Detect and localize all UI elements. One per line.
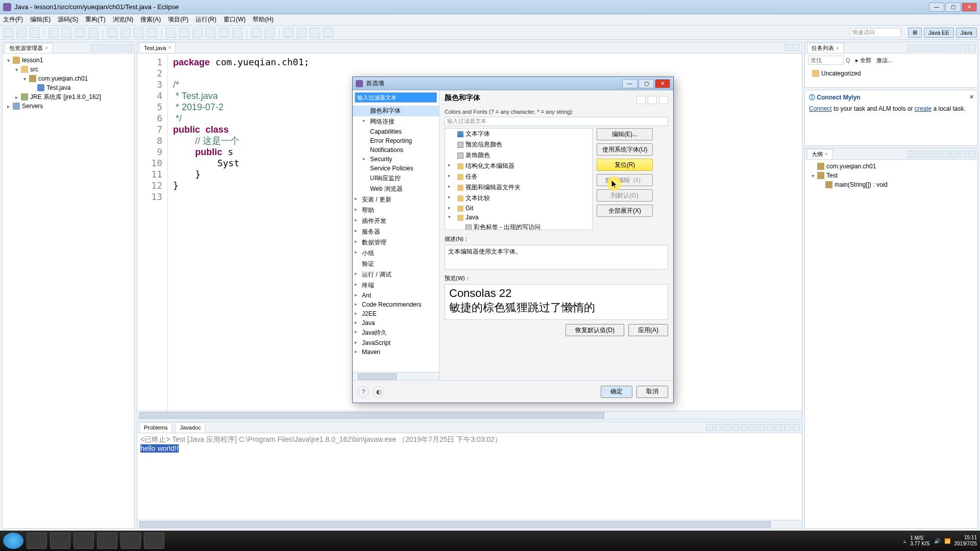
console-tool-button[interactable] — [706, 424, 713, 431]
font-tree-item[interactable]: 彩色标签 - 出现的写访问 — [445, 222, 592, 230]
nav-forward-button[interactable] — [648, 96, 657, 104]
tree-node[interactable]: Test.java — [4, 83, 133, 92]
maximize-button[interactable]: ▢ — [945, 3, 961, 12]
pref-category[interactable]: ▸小组 — [353, 248, 439, 259]
close-button[interactable]: ✕ — [962, 3, 977, 12]
save-all-button[interactable] — [30, 28, 40, 38]
tool-button[interactable] — [232, 28, 242, 38]
nav-back-button[interactable] — [636, 96, 646, 104]
pref-category[interactable]: 颜色和字体 — [353, 106, 439, 116]
pref-category[interactable]: ▸网络连接 — [353, 116, 439, 127]
task-all-link[interactable]: ▸ 全部 — [855, 57, 871, 64]
maximize-panel-button[interactable] — [125, 44, 132, 52]
font-tree-item[interactable]: ▾Java — [445, 213, 592, 222]
task-activate-link[interactable]: 激活... — [876, 57, 892, 64]
console-tool-button[interactable] — [732, 424, 739, 431]
pref-category[interactable]: Web 浏览器 — [353, 184, 439, 194]
perspective-javaee[interactable]: Java EE — [924, 28, 954, 38]
outline-tool-button[interactable] — [951, 151, 958, 158]
taskbar-eclipse[interactable] — [144, 533, 164, 549]
font-tree-item[interactable]: 预览信息颜色 — [445, 139, 592, 150]
minimize-panel-button[interactable] — [116, 44, 124, 52]
pref-category[interactable]: Error Reporting — [353, 136, 439, 145]
tool-button[interactable] — [166, 28, 176, 38]
view-toolbar-button[interactable] — [99, 44, 106, 52]
tool-button[interactable] — [88, 28, 99, 38]
console-hscroll[interactable] — [137, 520, 802, 528]
console-tool-button[interactable] — [715, 424, 722, 431]
pref-category[interactable]: Capabilities — [353, 127, 439, 136]
pref-category[interactable]: ▸运行 / 调试 — [353, 269, 439, 280]
outline-tool-button[interactable] — [916, 151, 923, 158]
outline-node[interactable]: com.yueqian.ch01 — [806, 162, 976, 171]
minimize-panel-button[interactable] — [784, 44, 791, 51]
menu-refactor[interactable]: 重构(T) — [85, 15, 105, 24]
system-tray[interactable]: ▵ 1 M/S 3.77 K/S 🔊 📶 15:11 2019/7/25 — [903, 535, 977, 547]
cancel-button[interactable]: 取消 — [636, 386, 668, 398]
tray-icon[interactable]: 🔊 — [934, 538, 940, 544]
pref-category[interactable]: ▸安装 / 更新 — [353, 194, 439, 205]
maximize-panel-button[interactable] — [968, 44, 975, 52]
go-to-default-button[interactable]: 到默认(G) — [597, 189, 653, 202]
console-tool-button[interactable] — [775, 424, 782, 431]
taskbar-wps[interactable] — [97, 533, 117, 549]
pref-category[interactable]: ▸帮助 — [353, 205, 439, 216]
minimize-panel-button[interactable] — [960, 151, 967, 158]
task-tool-button[interactable] — [942, 44, 949, 52]
dialog-maximize-button[interactable]: ▢ — [639, 79, 654, 88]
close-icon[interactable]: × — [836, 45, 839, 51]
tool-button[interactable] — [75, 28, 85, 38]
tool-button[interactable] — [264, 28, 275, 38]
pref-category[interactable]: ▸服务器 — [353, 227, 439, 237]
outline-tool-button[interactable] — [934, 151, 941, 158]
tool-button[interactable] — [62, 28, 72, 38]
tool-button[interactable] — [251, 28, 261, 38]
maximize-panel-button[interactable] — [793, 424, 800, 431]
task-tool-button[interactable] — [951, 44, 958, 52]
tab-problems[interactable]: Problems — [139, 422, 172, 433]
tool-button[interactable] — [323, 28, 333, 38]
tab-task-list[interactable]: 任务列表 × — [807, 43, 844, 53]
tab-package-explorer[interactable]: 包资源管理器 × — [5, 43, 53, 53]
tool-button[interactable] — [283, 28, 293, 38]
tool-button[interactable] — [310, 28, 320, 38]
task-tool-button[interactable] — [934, 44, 941, 52]
expand-all-button[interactable]: 全部展开(X) — [597, 205, 653, 217]
minimize-button[interactable]: — — [929, 3, 944, 12]
coverage-button[interactable] — [134, 28, 144, 38]
font-tree-item[interactable]: 装饰颜色 — [445, 150, 592, 161]
tree-node[interactable]: ▾com.yueqian.ch01 — [4, 74, 133, 83]
outline-tool-button[interactable] — [925, 151, 932, 158]
pref-category[interactable]: ▸J2EE — [353, 309, 439, 318]
font-tree[interactable]: 文本字体预览信息颜色装饰颜色▸结构化文本编辑器▸任务▸视图和编辑器文件夹▸文本比… — [445, 128, 593, 230]
pref-category[interactable]: ▸Maven — [353, 347, 439, 357]
pref-category[interactable]: ▸JavaScript — [353, 338, 439, 347]
tool-button[interactable] — [48, 28, 59, 38]
tool-button[interactable] — [297, 28, 307, 38]
pref-category[interactable]: UI响应监控 — [353, 173, 439, 184]
menu-file[interactable]: 文件(F) — [3, 15, 23, 24]
tray-clock[interactable]: 15:11 2019/7/25 — [954, 535, 977, 547]
use-system-font-button[interactable]: 使用系统字体(U) — [597, 143, 653, 156]
debug-button[interactable] — [107, 28, 117, 38]
apply-button[interactable]: 应用(A) — [628, 324, 668, 336]
pref-category[interactable]: ▸Java持久 — [353, 328, 439, 338]
menu-project[interactable]: 项目(P) — [168, 15, 188, 24]
menu-edit[interactable]: 编辑(E) — [30, 15, 51, 24]
minimize-panel-button[interactable] — [784, 424, 791, 431]
taskbar-explorer[interactable] — [74, 533, 94, 549]
perspective-java[interactable]: Java — [956, 28, 977, 38]
taskbar-chrome[interactable] — [27, 533, 47, 549]
tree-node[interactable]: ▾lesson1 — [4, 56, 133, 65]
tray-icon[interactable]: ▵ — [903, 538, 906, 544]
menu-run[interactable]: 运行(R) — [195, 15, 216, 24]
edit-font-button[interactable]: 编辑(E)... — [597, 128, 653, 140]
connect-link[interactable]: Connect — [809, 105, 832, 112]
pref-filter-input[interactable]: 输入过滤器文本 — [355, 92, 437, 103]
editor-hscroll[interactable] — [137, 411, 802, 419]
pref-category[interactable]: ▸Java — [353, 318, 439, 328]
tree-node[interactable]: ▾src — [4, 65, 133, 74]
save-button[interactable] — [16, 28, 27, 38]
pref-category[interactable]: ▸插件开发 — [353, 216, 439, 227]
outline-tool-button[interactable] — [942, 151, 949, 158]
